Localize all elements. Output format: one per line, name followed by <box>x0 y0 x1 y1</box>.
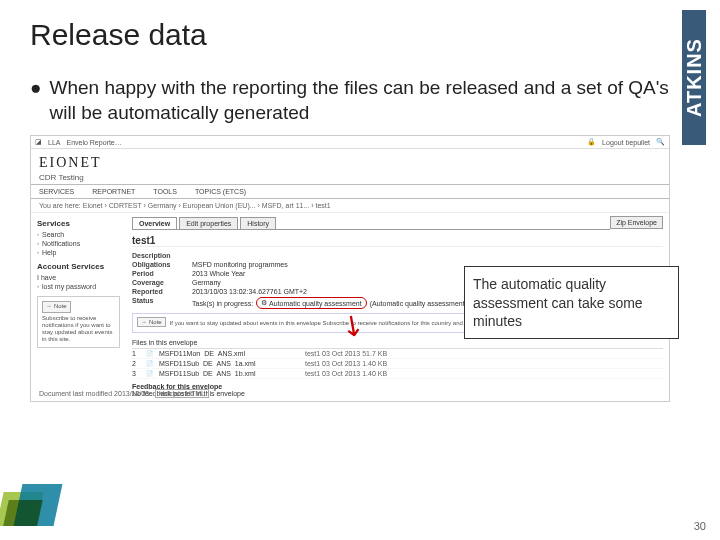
file-icon: 📄 <box>146 360 153 367</box>
sidebar-services-heading: Services <box>37 219 120 228</box>
qa-status-paren: (Automatic quality assessment) <box>370 300 467 307</box>
qa-status-highlight: ⚙ Automatic quality assessment <box>256 297 367 309</box>
tab-overview[interactable]: Overview <box>132 217 177 229</box>
search-small-icon[interactable]: 🔍 <box>656 138 665 146</box>
last-modified: Document last modified 2013/10/03 <box>39 390 149 397</box>
bullet-dot-icon: ● <box>30 76 41 125</box>
nav-tools[interactable]: TOOLS <box>153 188 177 195</box>
sidebar-account-heading: Account Services <box>37 262 120 271</box>
file-row[interactable]: 2 📄 MSFD11Sub_DE_ANS_1a.xml test1 03 Oct… <box>132 359 663 369</box>
file-name: MSFD11Sub_DE_ANS_1b.xml <box>159 370 299 377</box>
bullet-item: ● When happy with the reporting the file… <box>30 76 690 125</box>
envelope-title: test1 <box>132 235 663 247</box>
feedback-heading: Feedback for this envelope <box>132 383 663 390</box>
nav-bar: SERVICES REPORTNET TOOLS TOPICS (ETCS) <box>31 184 669 199</box>
file-name: MSFD11Sub_DE_ANS_1a.xml <box>159 360 299 367</box>
slide-title: Release data <box>30 18 690 52</box>
qa-status-text: Automatic quality assessment <box>269 300 362 307</box>
inner-note-label: →Note <box>137 317 166 327</box>
reported-value: 2013/10/03 13:02:34.627761 GMT+2 <box>192 288 307 295</box>
gear-icon: ⚙ <box>261 299 267 307</box>
browser-tab-label: Envelo Reporte… <box>66 139 121 146</box>
sidebar-ihave: I have <box>37 274 120 281</box>
chevron-right-icon: › <box>37 231 39 238</box>
eionet-subtitle: CDR Testing <box>39 173 661 182</box>
file-icon: 📄 <box>146 370 153 377</box>
obligations-label: Obligations <box>132 261 192 268</box>
file-icon: 📄 <box>146 350 153 357</box>
coverage-label: Coverage <box>132 279 192 286</box>
atkins-logo: ATKINS <box>682 10 706 145</box>
file-index: 2 <box>132 360 140 367</box>
file-row[interactable]: 3 📄 MSFD11Sub_DE_ANS_1b.xml test1 03 Oct… <box>132 369 663 379</box>
eionet-title: EIONET <box>39 155 661 171</box>
period-label: Period <box>132 270 192 277</box>
sidebar-lost-password[interactable]: lost my password <box>42 283 96 290</box>
reported-label: Reported <box>132 288 192 295</box>
file-meta: test1 03 Oct 2013 51.7 KB <box>305 350 387 357</box>
obligations-value: MSFD monitoring programmes <box>192 261 288 268</box>
sidebar-search[interactable]: Search <box>42 231 64 238</box>
bullet-text: When happy with the reporting the files … <box>49 76 690 125</box>
callout-box: The automatic quality assessment can tak… <box>464 266 679 339</box>
arrow-icon: → <box>141 319 147 325</box>
note-label: →Note <box>42 301 71 312</box>
logout-link[interactable]: Logout bepullet <box>602 139 650 146</box>
file-name: MSFD11Mon_DE_ANS.xml <box>159 350 299 357</box>
breadcrumb: You are here: Eionet › CDRTEST › Germany… <box>31 199 669 213</box>
page-number: 30 <box>694 520 706 532</box>
file-index: 1 <box>132 350 140 357</box>
browser-bar: ◪ LLA Envelo Reporte… 🔒 Logout bepullet … <box>31 136 669 149</box>
files-heading: Files in this envelope <box>132 339 663 349</box>
nav-reportnet[interactable]: REPORTNET <box>92 188 135 195</box>
nav-services[interactable]: SERVICES <box>39 188 74 195</box>
sidebar: Services ›Search ›Notifications ›Help Ac… <box>31 213 126 401</box>
nav-topics[interactable]: TOPICS (ETCS) <box>195 188 246 195</box>
file-row[interactable]: 1 📄 MSFD11Mon_DE_ANS.xml test1 03 Oct 20… <box>132 349 663 359</box>
arrow-icon: → <box>46 303 52 310</box>
sidebar-help[interactable]: Help <box>42 249 56 256</box>
sidebar-notifications[interactable]: Notifications <box>42 240 80 247</box>
note-text: Subscribe to receive notifications if yo… <box>42 315 115 344</box>
period-value: 2013 Whole Year <box>192 270 245 277</box>
file-index: 3 <box>132 370 140 377</box>
browser-tab-icon: ◪ <box>35 138 42 146</box>
zip-envelope-button[interactable]: Zip Envelope <box>610 216 663 229</box>
tab-history[interactable]: History <box>240 217 276 229</box>
decorative-shapes <box>0 478 70 526</box>
validate-html-button[interactable]: Validate HTML <box>155 389 209 398</box>
coverage-value: Germany <box>192 279 221 286</box>
tab-edit-properties[interactable]: Edit properties <box>179 217 238 229</box>
file-meta: test1 03 Oct 2013 1.40 KB <box>305 370 387 377</box>
status-label: Status <box>132 297 192 309</box>
lock-icon: 🔒 <box>587 138 596 146</box>
file-meta: test1 03 Oct 2013 1.40 KB <box>305 360 387 367</box>
status-prefix: Task(s) in progress: <box>192 300 253 307</box>
chevron-right-icon: › <box>37 283 39 290</box>
embedded-screenshot: ◪ LLA Envelo Reporte… 🔒 Logout bepullet … <box>30 135 670 402</box>
browser-lla: LLA <box>48 139 60 146</box>
desc-label: Description <box>132 252 192 259</box>
chevron-right-icon: › <box>37 240 39 247</box>
chevron-right-icon: › <box>37 249 39 256</box>
feedback-text: No feedback posted in this envelope <box>132 390 663 397</box>
